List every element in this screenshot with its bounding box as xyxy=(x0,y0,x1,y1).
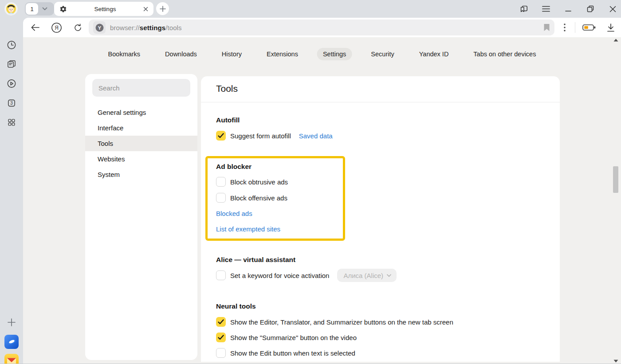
block-offensive-label: Block offensive ads xyxy=(230,194,287,202)
nav-security[interactable]: Security xyxy=(365,48,400,60)
reload-icon[interactable] xyxy=(71,18,84,37)
gear-icon xyxy=(59,5,67,13)
tab-close-icon[interactable] xyxy=(143,7,148,12)
sidebar-item-interface[interactable]: Interface xyxy=(85,120,197,136)
back-arrow-icon[interactable] xyxy=(28,18,42,37)
browser-window: 1 Settings xyxy=(0,0,621,364)
neural-edit-checkbox[interactable] xyxy=(216,348,226,358)
alice-avatar-icon xyxy=(4,2,18,16)
title-divider xyxy=(201,102,560,102)
alice-keyword-checkbox[interactable] xyxy=(216,270,226,280)
sidebar-item-websites[interactable]: Websites xyxy=(85,151,197,167)
yandex-ya-icon[interactable]: Я xyxy=(50,18,63,37)
settings-sidebar-card: General settings Interface Tools Website… xyxy=(85,74,197,360)
chevron-down-icon xyxy=(42,7,47,11)
sidebar-item-system[interactable]: System xyxy=(85,167,197,182)
alice-keyword-row[interactable]: Set a keyword for voice activation Алиса… xyxy=(216,269,397,282)
add-plus-icon[interactable] xyxy=(7,318,16,327)
neural-summarize-checkbox[interactable] xyxy=(216,333,226,342)
settings-page: Bookmarks Downloads History Extensions S… xyxy=(23,37,621,364)
neural-tools-heading: Neural tools xyxy=(216,302,256,310)
tab-group-count: 1 xyxy=(26,3,38,15)
minimize-icon[interactable] xyxy=(563,4,573,14)
autofill-heading: Autofill xyxy=(216,116,240,124)
new-tab-button[interactable] xyxy=(156,2,169,15)
window-close-icon[interactable] xyxy=(608,4,617,14)
alice-keyword-dropdown[interactable]: Алиса (Alice) xyxy=(337,269,397,282)
neural-summarize-label: Show the "Summarize" button on the video xyxy=(230,334,357,341)
blocked-ads-link[interactable]: Blocked ads xyxy=(216,210,252,217)
svg-text:Y: Y xyxy=(98,25,101,30)
page-title: Tools xyxy=(216,83,238,94)
block-offensive-row[interactable]: Block offensive ads xyxy=(216,193,287,203)
toolbar-separator xyxy=(575,22,575,33)
svg-text:Я: Я xyxy=(55,24,59,31)
scrollbar-thumb[interactable] xyxy=(613,166,618,193)
nav-yandex-id[interactable]: Yandex ID xyxy=(413,48,455,60)
neural-editor-checkbox[interactable] xyxy=(216,317,226,327)
nav-tabs-other-devices[interactable]: Tabs on other devices xyxy=(468,48,542,60)
kebab-menu-icon[interactable] xyxy=(559,18,570,37)
nav-bookmarks[interactable]: Bookmarks xyxy=(102,48,146,60)
feed-pages-icon[interactable] xyxy=(7,59,17,69)
history-clock-icon[interactable] xyxy=(7,40,17,50)
scroll-up-arrow[interactable] xyxy=(613,39,618,42)
sidebar-item-general[interactable]: General settings xyxy=(85,105,197,120)
yandex-browser-logo[interactable] xyxy=(4,335,19,349)
tools-settings-card: Tools Autofill Suggest form autofill Sav… xyxy=(201,76,560,362)
main-area: Я Y browser://settings/tools xyxy=(23,18,621,364)
bookmark-flag-icon[interactable] xyxy=(543,23,550,31)
yandex-mail-logo[interactable] xyxy=(4,354,19,364)
scroll-down-arrow[interactable] xyxy=(613,360,618,363)
tab-settings[interactable]: Settings xyxy=(54,2,153,16)
ad-blocker-heading: Ad blocker xyxy=(216,163,252,171)
sidebar-item-tools[interactable]: Tools xyxy=(85,136,197,151)
profile-avatar[interactable] xyxy=(4,2,18,16)
block-obtrusive-row[interactable]: Block obtrusive ads xyxy=(216,177,288,187)
exempted-sites-link[interactable]: List of exempted sites xyxy=(216,225,280,233)
saved-data-link[interactable]: Saved data xyxy=(299,132,333,140)
suggest-autofill-row[interactable]: Suggest form autofill Saved data xyxy=(216,131,333,141)
neural-edit-row[interactable]: Show the Edit button when text is select… xyxy=(216,348,355,358)
settings-sections-list: General settings Interface Tools Website… xyxy=(85,105,197,182)
block-offensive-checkbox[interactable] xyxy=(216,193,226,203)
protect-shield-icon[interactable]: Y xyxy=(93,21,106,34)
scrollbar[interactable] xyxy=(612,37,620,364)
nav-history[interactable]: History xyxy=(216,48,248,60)
alice-heading: Alice — virtual assistant xyxy=(216,256,295,264)
window-controls xyxy=(519,0,617,18)
titlebar: 1 Settings xyxy=(0,0,621,18)
nav-settings[interactable]: Settings xyxy=(317,48,352,60)
address-bar[interactable]: Y browser://settings/tools xyxy=(89,20,554,35)
neural-summarize-row[interactable]: Show the "Summarize" button on the video xyxy=(216,333,357,342)
alice-keyword-label: Set a keyword for voice activation xyxy=(230,272,329,279)
search-input[interactable] xyxy=(92,79,190,97)
url-text: browser://settings/tools xyxy=(110,24,182,31)
plus-icon xyxy=(160,6,166,12)
block-obtrusive-checkbox[interactable] xyxy=(216,177,226,187)
toolbar: Я Y browser://settings/tools xyxy=(23,18,621,37)
video-play-icon[interactable] xyxy=(7,78,17,89)
settings-top-nav: Bookmarks Downloads History Extensions S… xyxy=(102,48,542,60)
alice-keyword-value: Алиса (Alice) xyxy=(343,272,383,279)
nav-downloads[interactable]: Downloads xyxy=(159,48,203,60)
neural-editor-row[interactable]: Show the Editor, Translator, and Summari… xyxy=(216,317,453,327)
nav-extensions[interactable]: Extensions xyxy=(261,48,304,60)
restore-icon[interactable] xyxy=(586,4,595,14)
tab-stack-icon[interactable]: 3 xyxy=(7,98,17,108)
side-panel-bookmark-icon[interactable] xyxy=(519,4,529,14)
sidebar-rail: 3 xyxy=(0,18,23,364)
download-icon[interactable] xyxy=(604,18,617,37)
tab-group-counter[interactable]: 1 xyxy=(25,2,54,16)
dropdown-chevron-icon xyxy=(387,274,391,277)
apps-grid-icon[interactable] xyxy=(7,117,16,127)
tab-title: Settings xyxy=(67,6,143,12)
block-obtrusive-label: Block obtrusive ads xyxy=(230,178,288,186)
battery-icon[interactable] xyxy=(581,18,597,37)
neural-edit-label: Show the Edit button when text is select… xyxy=(230,349,355,357)
menu-icon[interactable] xyxy=(541,4,551,14)
suggest-autofill-label: Suggest form autofill xyxy=(230,132,291,140)
tab-stack-count: 3 xyxy=(10,101,13,106)
neural-editor-label: Show the Editor, Translator, and Summari… xyxy=(230,318,453,326)
suggest-autofill-checkbox[interactable] xyxy=(216,131,226,141)
